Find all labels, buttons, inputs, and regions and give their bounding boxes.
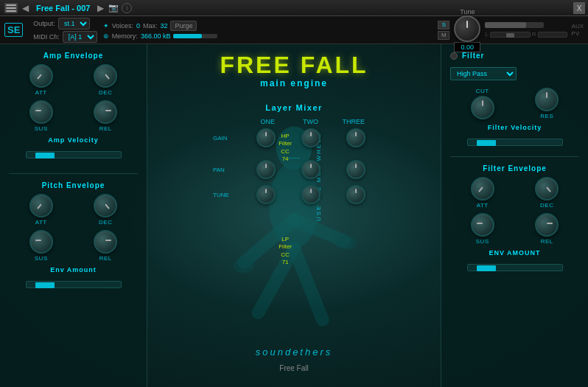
pitch-dec-control: DEC — [94, 194, 117, 226]
tune-knob-2[interactable] — [301, 185, 321, 204]
filter-dec-label: DEC — [540, 202, 553, 209]
left-panel: Amp Envelope ATT DEC SUS — [0, 44, 147, 387]
tune-knob[interactable] — [454, 15, 480, 42]
pv-label: PV — [572, 30, 584, 37]
main-title: FREE FALL — [147, 53, 441, 77]
filter-dec-knob[interactable] — [535, 177, 559, 201]
purge-button[interactable]: Purge — [170, 21, 197, 31]
max-value: 32 — [160, 22, 167, 29]
filter-att-control: ATT — [471, 177, 494, 209]
gain-knob-3[interactable] — [346, 128, 365, 147]
output-dropdown[interactable]: st.1 — [58, 18, 90, 29]
amp-velocity-slider-container — [9, 148, 138, 161]
menu-icon[interactable] — [4, 3, 18, 13]
col-one-label: ONE — [253, 118, 282, 125]
pan-knob-3[interactable] — [346, 160, 365, 179]
amp-att-knob[interactable] — [29, 64, 53, 88]
tune-knob-3[interactable] — [346, 185, 365, 204]
amp-rel-knob[interactable] — [94, 100, 117, 124]
pan-slider[interactable] — [490, 32, 531, 38]
env-amount-slider[interactable] — [26, 281, 122, 288]
prev-preset-button[interactable]: ◀ — [21, 3, 30, 13]
plugin-window: ◀ Free Fall - 007 ▶ 📷 i X SE Output: st.… — [0, 0, 588, 387]
layer-col-headers: ONE TWO THREE — [213, 118, 375, 125]
pitch-att-label: ATT — [35, 219, 47, 226]
filter-env-amount-slider[interactable] — [467, 264, 563, 271]
filter-indicator — [450, 52, 458, 60]
memory-value: 366.00 kB — [141, 32, 171, 40]
amp-att-label: ATT — [35, 89, 47, 96]
amp-sus-control: SUS — [29, 100, 53, 132]
pitch-dec-knob[interactable] — [94, 194, 117, 217]
tune-row-label: TUNE — [213, 192, 246, 198]
info-icon[interactable]: i — [122, 3, 132, 13]
gain-knobs — [246, 128, 375, 147]
filter-sus-label: SUS — [476, 238, 489, 245]
s-button[interactable]: S — [438, 21, 449, 29]
amp-att-control: ATT — [29, 64, 53, 96]
amp-envelope-label: Amp Envelope — [9, 52, 138, 60]
filter-velocity-slider[interactable] — [467, 139, 563, 146]
filter-sus-knob[interactable] — [471, 213, 494, 237]
gain-row: GAIN — [213, 128, 375, 147]
control-bar: SE Output: st.1 MIDI Ch: [A] 1 ✦ Voices:… — [0, 16, 588, 44]
amp-envelope-row2: SUS REL — [9, 100, 138, 132]
pan-knob-2[interactable] — [301, 160, 321, 179]
filter-envelope-label: Filter Envelope — [450, 164, 579, 172]
filter-envelope-row1: ATT DEC — [450, 177, 579, 209]
main-content: Amp Envelope ATT DEC SUS — [0, 44, 588, 387]
pitch-sus-label: SUS — [35, 255, 48, 262]
pan-knob-1[interactable] — [256, 160, 276, 179]
pitch-sus-knob[interactable] — [29, 230, 53, 254]
tune-knob-1[interactable] — [256, 185, 276, 204]
divider-2 — [450, 156, 579, 157]
layer-mixer-label: Layer Mixer — [213, 103, 375, 112]
volume-slider[interactable] — [485, 22, 544, 28]
amp-dec-knob[interactable] — [94, 64, 117, 88]
sm-buttons: S M — [438, 21, 449, 40]
amp-velocity-slider[interactable] — [26, 151, 122, 158]
voices-row: ✦ Voices: 0 Max: 32 Purge — [103, 21, 218, 31]
m-button[interactable]: M — [438, 31, 449, 40]
pitch-att-knob[interactable] — [29, 194, 53, 217]
aux-label: AUX — [572, 23, 584, 29]
res-control: RES — [535, 88, 559, 119]
soundethers-text: soundethers — [256, 346, 333, 358]
se-logo: SE — [4, 23, 23, 37]
amp-envelope-row1: ATT DEC — [9, 64, 138, 96]
filter-env-amount-label: ENV AMOUNT — [450, 249, 579, 257]
memory-bar — [173, 34, 217, 38]
amp-sus-knob[interactable] — [29, 100, 53, 124]
tune-knobs — [246, 185, 375, 204]
cut-knob[interactable] — [471, 96, 494, 119]
cut-label: CUT — [476, 88, 489, 94]
free-fall-subtitle: Free Fall — [279, 364, 308, 372]
voices-value: 0 — [136, 22, 140, 29]
pitch-envelope-row2: SUS REL — [9, 230, 138, 262]
res-label: RES — [540, 113, 553, 119]
pitch-rel-knob[interactable] — [94, 230, 117, 254]
filter-att-knob[interactable] — [471, 177, 494, 201]
filter-envelope-section: Filter Envelope ATT DEC SUS — [450, 164, 579, 274]
filter-knob-row: CUT RES — [450, 88, 579, 119]
midi-dropdown[interactable]: [A] 1 — [63, 31, 97, 43]
res-knob[interactable] — [535, 88, 559, 111]
output-meter — [538, 32, 567, 38]
gain-knob-2[interactable] — [301, 128, 321, 147]
amp-dec-label: DEC — [99, 89, 112, 96]
dots-indicator: ....... — [213, 153, 375, 160]
cut-control: CUT — [471, 88, 494, 119]
filter-type-dropdown[interactable]: High Pass Low Pass Band Pass — [450, 67, 517, 80]
memory-row: ⊕ Memory: 366.00 kB — [103, 32, 218, 40]
filter-velocity-label: Filter Velocity — [450, 124, 579, 131]
next-preset-button[interactable]: ▶ — [96, 3, 105, 13]
output-row: Output: st.1 — [33, 18, 97, 29]
midi-row: MIDI Ch: [A] 1 — [33, 31, 97, 43]
max-label: Max: — [143, 22, 158, 29]
amp-dec-control: DEC — [94, 64, 117, 96]
amp-rel-label: REL — [99, 125, 112, 132]
gain-knob-1[interactable] — [256, 128, 276, 147]
camera-icon[interactable]: 📷 — [108, 3, 119, 13]
filter-rel-knob[interactable] — [535, 213, 559, 237]
pan-label: PAN — [213, 167, 246, 173]
